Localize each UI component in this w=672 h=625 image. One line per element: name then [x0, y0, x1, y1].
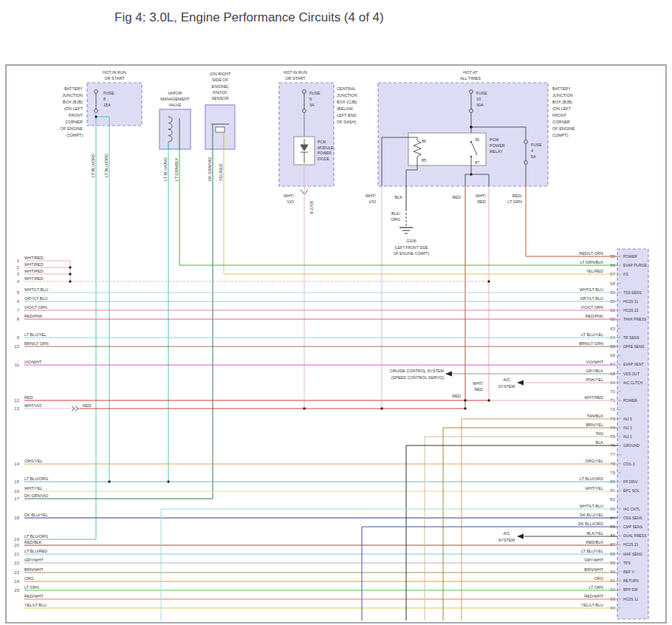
wire-label-vertical: LT BLU/ORG — [91, 154, 95, 177]
wire-label-right: LT BLU/YEL — [581, 549, 603, 553]
wire-color-label: RED — [452, 195, 461, 199]
component-side-label: FRONT — [69, 113, 83, 117]
pcm-pin-label: COIL 3 — [623, 462, 635, 466]
row-number: 8 — [17, 317, 20, 321]
fuse-label: 8 — [103, 97, 106, 101]
wire-label-right: BRN/LT GRN — [579, 341, 603, 346]
relay-pin-number: 87 — [475, 160, 479, 165]
row-number: 13 — [14, 406, 19, 411]
component-side-label: (ON LEFT — [552, 106, 572, 111]
pcm-pin-label: FP DRIV — [623, 479, 638, 484]
component-label: SIDE OF — [212, 78, 229, 82]
component-side-label: BOX (CJB) — [337, 100, 357, 104]
fuse-label: FUSE — [531, 143, 542, 147]
pcm-pin-label: INJ 3 — [623, 426, 632, 430]
wire-label-right: VIO/WHT — [586, 360, 603, 364]
pcm-pin-label: KS — [623, 272, 628, 276]
wire-label-right: TAN/BLK — [586, 414, 603, 418]
row-number: 17 — [14, 496, 19, 501]
wire-label-left: RED — [24, 395, 33, 400]
component-side-label: FRONT — [552, 113, 567, 117]
row-number: 22 — [14, 561, 19, 565]
component-side-label: BOX (BJB) — [63, 100, 83, 104]
inline-connector-icon — [75, 406, 78, 411]
component-label: DIODE — [318, 157, 330, 161]
pin-number: 79 — [610, 471, 615, 475]
wire-label-left: BRN/LT GRN — [24, 341, 49, 346]
junction-dot — [464, 399, 466, 401]
component-side-label: BATTERY — [552, 86, 571, 91]
wire-label-vertical: LT BLU/ORG — [163, 157, 168, 181]
page-root: { "title": "Fig 4: 3.0L, Engine Performa… — [0, 0, 672, 625]
pcm-pin-label: INJ 1 — [623, 434, 632, 439]
system-annotation: SYSTEM — [498, 384, 515, 389]
junction-dot — [69, 266, 71, 268]
pin-number: 77 — [610, 452, 615, 457]
hot-label: OR START — [104, 76, 125, 81]
wire-label-right: GRY/WHT — [584, 558, 604, 562]
pcm-pin-label: VSS OUT — [623, 372, 640, 376]
component-side-label: JUNCTION — [552, 93, 573, 98]
relay-label: PCM — [490, 137, 499, 142]
row-number: 2 — [17, 265, 20, 270]
fuse-label: FUSE — [476, 91, 487, 95]
wire-label-right: YEL/LT BLU — [581, 603, 603, 607]
component-side-label: OF DASH) — [337, 120, 356, 124]
component-label: VAPOR — [168, 91, 182, 95]
wire-label-right: LT BLU/ORG — [580, 477, 603, 481]
wire-label-left: ORG/YEL — [24, 459, 42, 463]
wire-label-right: GRY/BLK — [586, 369, 603, 373]
wire-label-right: YEL/RED — [586, 269, 603, 273]
wire-label-vertical: LT BLU/ORG — [104, 154, 109, 177]
pcm-pin-label: HO2S 22 — [623, 308, 639, 312]
wire-label-left: LT BLU/ORG — [24, 534, 48, 539]
wire-label-right: GRY/LT BLU — [580, 296, 604, 301]
row-number: 16 — [14, 489, 19, 493]
junction-dot — [108, 480, 110, 482]
wire-label-right: RED/PNK — [586, 314, 604, 318]
pcm-pin-label: EVAP PURGE — [623, 263, 648, 267]
row-number: 5 — [17, 290, 20, 295]
wire-label-right: BRN/YEL — [586, 423, 603, 427]
junction-dot — [380, 407, 383, 409]
component-side-label: OF ENGINE — [552, 126, 575, 131]
wire-label-vertical: X-2708 — [309, 201, 314, 214]
pcm-pin-label: POWER — [623, 254, 637, 259]
pin-number: 67 — [610, 362, 615, 366]
wire-color-label: WHT/ — [476, 194, 487, 198]
wire-color-label: ORG — [391, 217, 400, 222]
pin-number: 91 — [610, 578, 615, 583]
row-number: 9 — [17, 335, 20, 340]
relay-pin-number: 85 — [422, 158, 426, 163]
wire-label-left: VIO/LT GRN — [24, 305, 47, 310]
wire-color-label: WHT/ — [473, 381, 484, 386]
component-label: VALVE — [169, 103, 182, 107]
pcm-pin-label: HO2S 11 — [623, 299, 638, 304]
pin-number: 90 — [610, 570, 615, 574]
ground-label: (LEFT FRONT SIDE — [394, 245, 428, 250]
knock-sensor-icon — [216, 127, 224, 132]
row-number: 18 — [14, 516, 19, 520]
system-annotation: SYSTEM — [498, 538, 515, 542]
wire-label-left: GRY/WHT — [24, 558, 44, 562]
hot-label: HOT IN RUN — [103, 70, 126, 75]
pcm-pin-label: INJ 5 — [623, 417, 632, 421]
wire-label-right: BRN/WHT — [584, 567, 603, 572]
pcm-pin-label: A/C CLTCH — [623, 380, 642, 385]
pin-number: 70 — [610, 389, 615, 394]
pcm-pin-label: BPP SW — [623, 587, 638, 592]
wire-label-left: WHT/YEL — [24, 486, 42, 491]
component-side-label: COMPT) — [66, 133, 83, 137]
pcm-pin-label: DPFE SENS — [623, 344, 645, 349]
component-label: POWER — [318, 151, 332, 155]
wire-label-right: LT BLU/YEL — [581, 332, 603, 337]
wire-label-left: RED/BLK — [24, 540, 42, 544]
row-number: 3 — [17, 272, 20, 276]
fuse-label: 30A — [476, 103, 484, 107]
wire-color-label: VIO — [287, 199, 295, 204]
wire-label-left: WHT/RED — [24, 256, 44, 260]
wire-label-left: LT BLU/RED — [24, 549, 47, 553]
junction-dot — [487, 280, 490, 282]
component-side-label: (ON LEFT — [64, 106, 83, 111]
junction-dot — [464, 407, 466, 409]
